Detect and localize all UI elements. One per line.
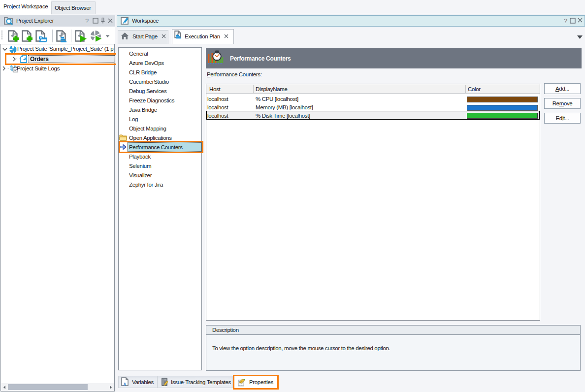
svg-text:x: x [123, 380, 127, 387]
svg-text:?: ? [85, 17, 92, 25]
svg-text:?: ? [564, 17, 567, 24]
